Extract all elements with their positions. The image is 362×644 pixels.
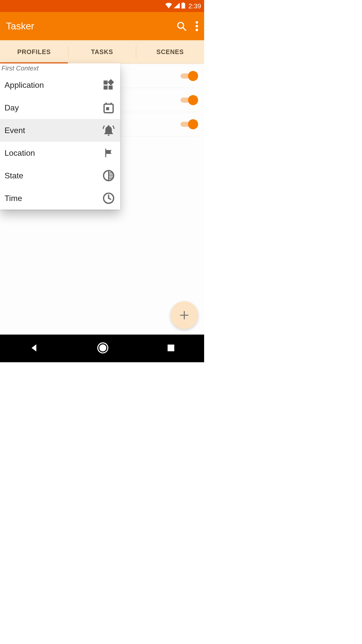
back-icon	[29, 343, 39, 353]
tab-profiles[interactable]: PROFILES	[0, 40, 68, 64]
status-bar: 2:39	[0, 0, 204, 12]
tonality-icon	[102, 170, 116, 182]
widgets-icon	[102, 79, 116, 91]
svg-rect-10	[104, 86, 108, 90]
context-item-label: Time	[5, 194, 102, 203]
svg-rect-14	[106, 107, 109, 110]
svg-rect-0	[182, 3, 185, 9]
status-icons	[165, 3, 185, 10]
context-item-label: State	[5, 171, 102, 180]
context-item-label: Location	[5, 148, 102, 158]
context-item-application[interactable]: Application	[0, 74, 120, 96]
svg-point-6	[196, 29, 198, 31]
status-time: 2:39	[188, 2, 201, 10]
bell-icon	[102, 124, 116, 137]
wifi-icon	[165, 3, 172, 9]
app-actions	[176, 21, 198, 31]
app-bar: Tasker	[0, 12, 204, 40]
context-item-day[interactable]: Day	[0, 96, 120, 119]
context-item-time[interactable]: Time	[0, 187, 120, 210]
clock-icon	[102, 192, 116, 204]
context-menu-header: First Context	[0, 63, 120, 74]
profile-toggle[interactable]	[180, 95, 198, 105]
overflow-menu-button[interactable]	[196, 21, 198, 31]
nav-bar	[0, 335, 204, 362]
svg-rect-1	[183, 3, 184, 4]
app-title: Tasker	[6, 21, 176, 32]
recent-icon	[167, 344, 175, 352]
nav-recent-button[interactable]	[167, 344, 175, 353]
more-vert-icon	[196, 21, 198, 31]
tab-label: TASKS	[91, 48, 113, 56]
tab-scenes[interactable]: SCENES	[136, 40, 204, 64]
nav-home-button[interactable]	[97, 342, 109, 355]
context-item-label: Event	[5, 126, 102, 135]
context-item-label: Application	[5, 80, 102, 90]
tab-label: PROFILES	[17, 48, 51, 56]
context-item-state[interactable]: State	[0, 164, 120, 187]
tab-tasks[interactable]: TASKS	[68, 40, 136, 64]
tab-label: SCENES	[156, 48, 184, 56]
svg-rect-12	[108, 79, 114, 85]
signal-icon	[174, 3, 180, 9]
svg-rect-26	[168, 345, 174, 351]
context-item-event[interactable]: Event	[0, 119, 120, 142]
context-menu: First Context Application Day Event Loca…	[0, 63, 120, 210]
svg-rect-9	[104, 80, 108, 85]
svg-point-4	[196, 21, 198, 24]
profile-toggle[interactable]	[180, 71, 198, 81]
svg-line-3	[183, 27, 186, 30]
nav-back-button[interactable]	[29, 343, 39, 354]
profile-toggle[interactable]	[180, 119, 198, 129]
search-button[interactable]	[176, 21, 187, 31]
search-icon	[176, 21, 187, 31]
context-item-location[interactable]: Location	[0, 142, 120, 164]
svg-rect-11	[109, 86, 113, 90]
add-fab[interactable]	[170, 301, 198, 329]
svg-point-5	[196, 25, 198, 27]
context-item-label: Day	[5, 103, 102, 112]
calendar-icon	[102, 102, 116, 114]
tab-bar: PROFILES TASKS SCENES	[0, 40, 204, 64]
home-icon	[97, 342, 109, 354]
flag-icon	[102, 147, 116, 159]
battery-icon	[181, 3, 185, 10]
svg-point-25	[99, 344, 106, 351]
plus-icon	[179, 310, 190, 321]
